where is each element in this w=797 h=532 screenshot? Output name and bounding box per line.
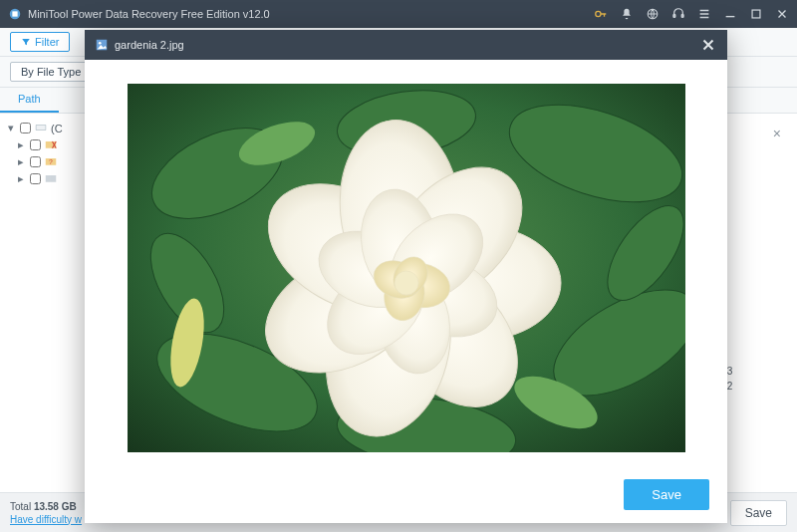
modal-overlay: gardenia 2.jpg xyxy=(0,0,797,532)
dialog-footer: Save xyxy=(85,465,727,523)
save-button[interactable]: Save xyxy=(624,479,709,510)
preview-dialog: gardenia 2.jpg xyxy=(85,30,727,523)
svg-point-14 xyxy=(99,42,102,45)
gardenia-image xyxy=(128,84,685,452)
svg-point-44 xyxy=(395,271,418,295)
dialog-header: gardenia 2.jpg xyxy=(85,30,727,60)
dialog-close-icon[interactable] xyxy=(699,36,717,54)
dialog-body xyxy=(85,60,727,465)
image-file-icon xyxy=(95,38,109,52)
app-window: MiniTool Power Data Recovery Free Editio… xyxy=(0,0,797,532)
dialog-title: gardenia 2.jpg xyxy=(115,39,699,51)
